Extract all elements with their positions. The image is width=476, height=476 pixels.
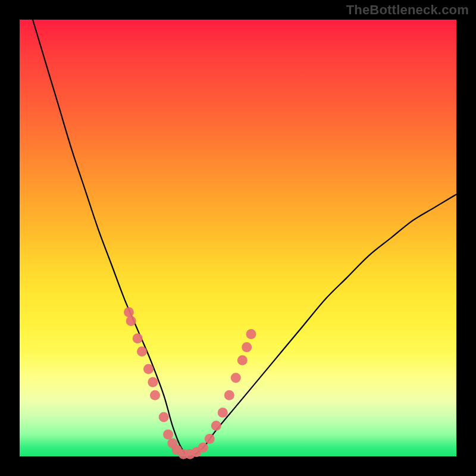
- chart-svg: [20, 20, 456, 456]
- watermark-text: TheBottleneck.com: [346, 2, 469, 18]
- data-marker: [242, 342, 252, 352]
- data-marker: [218, 408, 228, 418]
- data-marker: [237, 355, 248, 365]
- data-marker: [224, 390, 234, 400]
- data-marker: [124, 307, 134, 317]
- data-marker: [231, 372, 241, 383]
- data-marker: [148, 377, 158, 387]
- bottleneck-curve: [33, 20, 456, 456]
- data-marker: [211, 421, 221, 431]
- data-marker: [198, 443, 208, 453]
- chart-frame: TheBottleneck.com: [0, 0, 476, 476]
- data-marker: [143, 364, 154, 374]
- data-marker: [126, 316, 136, 326]
- data-marker: [159, 412, 169, 422]
- plot-area: [20, 20, 456, 456]
- data-marker: [137, 346, 147, 356]
- data-marker: [163, 430, 173, 440]
- markers-group: [124, 307, 256, 459]
- data-marker: [133, 333, 143, 343]
- data-marker: [205, 434, 215, 444]
- data-marker: [150, 390, 160, 400]
- data-marker: [246, 329, 256, 339]
